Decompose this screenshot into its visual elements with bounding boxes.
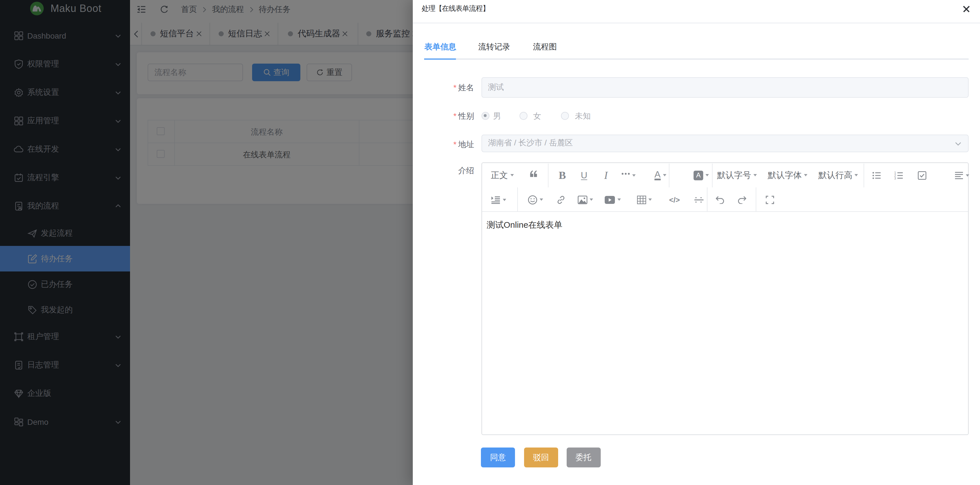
svg-text:3: 3 [894, 177, 896, 180]
